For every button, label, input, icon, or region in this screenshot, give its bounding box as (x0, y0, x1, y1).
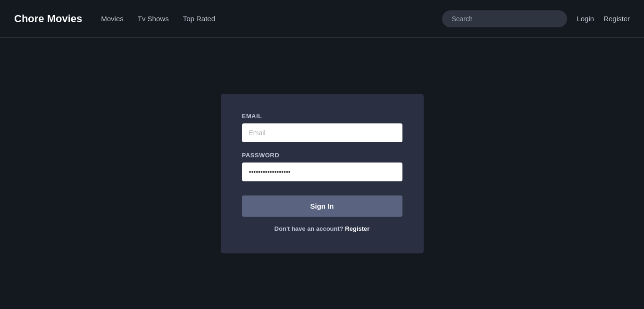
register-prompt: Don't have an account? Register (242, 225, 402, 232)
nav-link-movies[interactable]: Movies (101, 15, 124, 23)
email-label: EMAIL (242, 113, 402, 120)
nav-links: Movies Tv Shows Top Rated (101, 15, 442, 23)
login-link[interactable]: Login (577, 15, 594, 23)
search-input[interactable] (442, 10, 567, 27)
register-prompt-text: Don't have an account? Register (275, 225, 370, 232)
login-card: EMAIL PASSWORD Sign In Don't have an acc… (221, 94, 424, 253)
nav-link-top-rated[interactable]: Top Rated (183, 15, 215, 23)
signin-button[interactable]: Sign In (242, 195, 402, 217)
main-content: EMAIL PASSWORD Sign In Don't have an acc… (0, 38, 644, 309)
register-prompt-link[interactable]: Register (345, 225, 369, 232)
password-group: PASSWORD (242, 152, 402, 181)
email-group: EMAIL (242, 113, 402, 142)
navbar: Chore Movies Movies Tv Shows Top Rated L… (0, 0, 644, 38)
brand-logo[interactable]: Chore Movies (14, 13, 82, 25)
nav-right: Login Register (442, 10, 630, 27)
password-field[interactable] (242, 163, 402, 181)
register-link[interactable]: Register (603, 15, 630, 23)
nav-link-tv-shows[interactable]: Tv Shows (138, 15, 169, 23)
password-label: PASSWORD (242, 152, 402, 159)
email-field[interactable] (242, 123, 402, 142)
